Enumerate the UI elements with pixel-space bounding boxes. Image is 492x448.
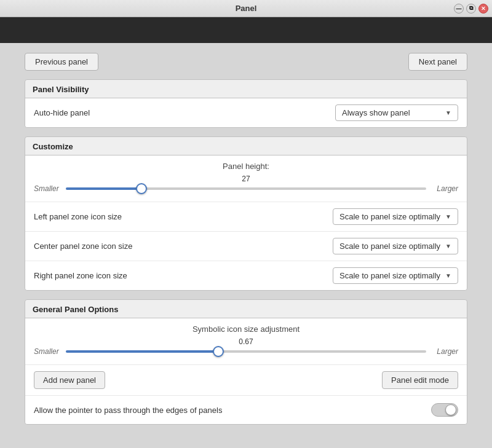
right-icon-dropdown[interactable]: Scale to panel size optimally ▼ xyxy=(333,267,458,284)
panel-edit-mode-button[interactable]: Panel edit mode xyxy=(382,371,458,389)
left-icon-value: Scale to panel size optimally xyxy=(339,212,440,221)
auto-hide-row: Auto-hide panel Always show panel ▼ xyxy=(25,98,467,127)
center-icon-dropdown[interactable]: Scale to panel size optimally ▼ xyxy=(333,238,458,254)
symbolic-slider[interactable] xyxy=(66,350,426,353)
pass-through-label: Allow the pointer to pass through the ed… xyxy=(34,406,222,415)
close-button[interactable]: ✕ xyxy=(478,4,488,14)
general-options-title: General Panel Options xyxy=(25,300,467,318)
dropdown-arrow-icon: ▼ xyxy=(445,109,451,116)
right-icon-row: Right panel zone icon size Scale to pane… xyxy=(25,261,467,290)
panel-height-value: 27 xyxy=(34,175,458,183)
symbolic-slider-row: Smaller Larger xyxy=(34,347,458,356)
right-icon-label: Right panel zone icon size xyxy=(34,271,127,280)
dark-strip xyxy=(0,17,492,43)
center-icon-arrow: ▼ xyxy=(445,243,451,250)
panel-actions-row: Add new panel Panel edit mode xyxy=(25,365,467,396)
panel-height-label: Panel height: xyxy=(34,162,458,171)
panel-height-slider-row: Smaller Larger xyxy=(34,184,458,193)
right-icon-value: Scale to panel size optimally xyxy=(339,271,440,280)
symbolic-label: Symbolic icon size adjustment xyxy=(34,324,458,334)
left-icon-row: Left panel zone icon size Scale to panel… xyxy=(25,202,467,232)
panel-height-smaller-label: Smaller xyxy=(34,184,60,193)
toggle-knob xyxy=(445,404,456,415)
window-title: Panel xyxy=(236,4,257,13)
title-bar: Panel — ⧉ ✕ xyxy=(0,0,492,17)
panel-visibility-title: Panel Visibility xyxy=(25,80,467,98)
minimize-button[interactable]: — xyxy=(454,4,464,14)
symbolic-value: 0.67 xyxy=(34,337,458,346)
auto-hide-value: Always show panel xyxy=(342,108,410,117)
center-icon-value: Scale to panel size optimally xyxy=(339,242,440,251)
left-icon-dropdown[interactable]: Scale to panel size optimally ▼ xyxy=(333,208,458,225)
general-options-body: Symbolic icon size adjustment 0.67 Small… xyxy=(25,318,467,424)
panel-visibility-section: Panel Visibility Auto-hide panel Always … xyxy=(25,79,467,128)
main-content: Previous panel Next panel Panel Visibili… xyxy=(0,43,492,443)
symbolic-smaller-label: Smaller xyxy=(34,347,60,356)
general-options-section: General Panel Options Symbolic icon size… xyxy=(25,299,467,425)
customize-section: Customize Panel height: 27 Smaller Large… xyxy=(25,136,467,291)
pass-through-toggle[interactable]: ✕ xyxy=(431,403,458,417)
nav-buttons: Previous panel Next panel xyxy=(25,53,467,71)
symbolic-slider-section: Symbolic icon size adjustment 0.67 Small… xyxy=(25,318,467,365)
left-icon-arrow: ▼ xyxy=(445,213,451,220)
pass-through-row: Allow the pointer to pass through the ed… xyxy=(25,396,467,424)
panel-visibility-body: Auto-hide panel Always show panel ▼ xyxy=(25,98,467,127)
next-panel-button[interactable]: Next panel xyxy=(408,53,467,71)
add-new-panel-button[interactable]: Add new panel xyxy=(34,371,105,389)
center-icon-label: Center panel zone icon size xyxy=(34,242,132,251)
maximize-button[interactable]: ⧉ xyxy=(466,4,476,14)
symbolic-larger-label: Larger xyxy=(432,347,458,356)
left-icon-label: Left panel zone icon size xyxy=(34,212,122,221)
panel-height-slider-section: Panel height: 27 Smaller Larger xyxy=(25,155,467,202)
panel-height-larger-label: Larger xyxy=(432,184,458,193)
auto-hide-dropdown[interactable]: Always show panel ▼ xyxy=(335,104,458,121)
customize-title: Customize xyxy=(25,137,467,155)
window-controls: — ⧉ ✕ xyxy=(454,4,488,14)
right-icon-arrow: ▼ xyxy=(445,272,451,279)
center-icon-row: Center panel zone icon size Scale to pan… xyxy=(25,232,467,261)
panel-height-slider[interactable] xyxy=(66,187,426,190)
customize-body: Panel height: 27 Smaller Larger Left pan… xyxy=(25,155,467,290)
previous-panel-button[interactable]: Previous panel xyxy=(25,53,98,71)
auto-hide-label: Auto-hide panel xyxy=(34,108,90,117)
